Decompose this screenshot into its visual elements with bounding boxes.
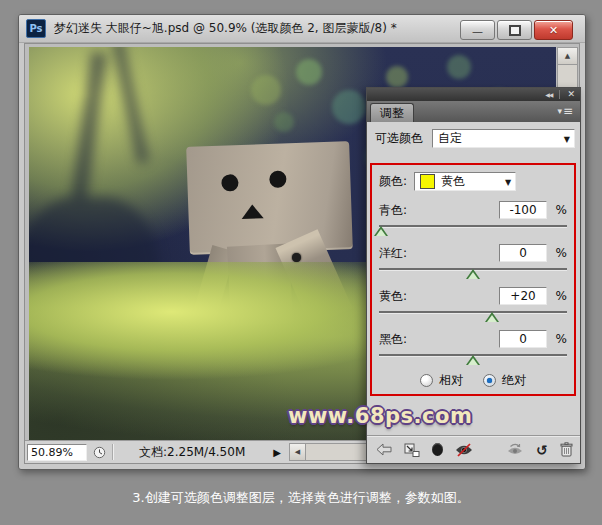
radio-label: 相对 — [439, 372, 463, 389]
toggle-visibility-icon[interactable] — [455, 443, 473, 457]
timer-icon — [93, 446, 106, 459]
zoom-level-field[interactable]: 50.89% — [27, 444, 87, 461]
radio-unselected-icon[interactable] — [420, 374, 433, 387]
color-label: 颜色: — [379, 173, 407, 190]
bokeh-light — [274, 112, 294, 132]
radio-label: 绝对 — [502, 372, 526, 389]
panel-header-divider — [559, 90, 560, 99]
window-controls: — ✕ — [460, 20, 573, 40]
slider-value-input[interactable]: 0 — [499, 330, 547, 348]
panel-close-icon[interactable]: ✕ — [567, 90, 575, 99]
slider-thumb[interactable] — [485, 312, 499, 322]
tab-adjustments[interactable]: 调整 — [370, 103, 414, 122]
color-dropdown[interactable]: 黄色 ▼ — [414, 172, 516, 191]
slider-value-input[interactable]: -100 — [499, 201, 547, 219]
chevron-down-icon: ▼ — [564, 134, 570, 143]
color-dropdown-value: 黄色 — [441, 173, 465, 190]
bokeh-light — [296, 59, 322, 85]
slider-label: 青色: — [379, 202, 499, 219]
tree-silhouette — [71, 52, 108, 203]
color-swatch-yellow — [420, 174, 435, 189]
document-title: 梦幻迷失 大眼仔~旭.psd @ 50.9% (选取颜色 2, 图层蒙版/8) … — [54, 20, 397, 37]
photoshop-document-window: Ps 梦幻迷失 大眼仔~旭.psd @ 50.9% (选取颜色 2, 图层蒙版/… — [18, 14, 586, 470]
reset-icon[interactable]: ↺ — [536, 443, 548, 457]
bokeh-light — [447, 55, 471, 79]
slider-thumb[interactable] — [466, 355, 480, 365]
maximize-button[interactable] — [497, 20, 532, 40]
slider-label: 黄色: — [379, 288, 499, 305]
selective-color-preset-row: 可选颜色 自定 ▼ — [367, 122, 580, 148]
chevron-down-icon: ▼ — [505, 177, 511, 186]
relative-absolute-radio-group: 相对绝对 — [379, 372, 567, 389]
selective-color-label: 可选颜色 — [375, 130, 423, 147]
tutorial-highlight-box: 颜色: 黄色 ▼ 青色:-100%洋红:0%黄色:+20%黑色:0% 相对绝对 — [370, 163, 576, 396]
slider-group-3: 黑色:0% — [379, 328, 567, 367]
maximize-icon — [509, 25, 521, 36]
danbo-button-dot — [292, 253, 301, 262]
slider-group-2: 黄色:+20% — [379, 285, 567, 324]
clip-to-layer-icon[interactable] — [432, 443, 443, 456]
scroll-up-icon[interactable]: ▲ — [558, 48, 577, 65]
tutorial-caption: 3.创建可选颜色调整图层，选择黄色进行调整，参数如图。 — [0, 489, 602, 507]
watermark-text: www.68ps.com — [288, 404, 472, 428]
color-select-row: 颜色: 黄色 ▼ — [379, 172, 567, 191]
slider-unit: % — [547, 203, 567, 217]
slider-track[interactable] — [379, 311, 567, 313]
danbo-eye — [221, 174, 239, 192]
close-icon: ✕ — [549, 24, 558, 37]
preset-dropdown-value: 自定 — [438, 130, 462, 147]
slider-group-1: 洋红:0% — [379, 242, 567, 281]
panel-tab-bar: 调整 ▾ ≡ — [367, 101, 580, 122]
danbo-eye — [269, 170, 287, 188]
danbo-mouth — [241, 204, 263, 219]
slider-value-input[interactable]: +20 — [499, 287, 547, 305]
close-button[interactable]: ✕ — [534, 20, 573, 40]
photoshop-app-icon: Ps — [26, 19, 46, 38]
preset-dropdown[interactable]: 自定 ▼ — [432, 129, 575, 148]
slider-track[interactable] — [379, 225, 567, 227]
slider-unit: % — [547, 289, 567, 303]
expand-panel-icon[interactable] — [404, 443, 420, 457]
document-size-info: 文档:2.25M/4.50M — [139, 444, 245, 461]
radio-option-0[interactable]: 相对 — [420, 372, 463, 389]
slider-list: 青色:-100%洋红:0%黄色:+20%黑色:0% — [379, 199, 567, 367]
slider-value-input[interactable]: 0 — [499, 244, 547, 262]
collapse-to-icons-icon[interactable]: ◀◀ — [545, 91, 552, 98]
statusbar-divider — [112, 444, 113, 460]
screenshot-stage: Ps 梦幻迷失 大眼仔~旭.psd @ 50.9% (选取颜色 2, 图层蒙版/… — [0, 0, 602, 525]
slider-unit: % — [547, 332, 567, 346]
panel-footer-toolbar: ↺ — [367, 435, 580, 463]
slider-label: 洋红: — [379, 245, 499, 262]
minimize-icon: — — [472, 29, 483, 35]
slider-unit: % — [547, 246, 567, 260]
radio-selected-icon[interactable] — [483, 374, 496, 387]
previous-state-icon[interactable] — [507, 443, 524, 456]
delete-adjustment-icon[interactable] — [560, 442, 573, 457]
bokeh-light — [332, 90, 366, 124]
scroll-left-icon[interactable]: ◀ — [290, 444, 306, 460]
bokeh-light — [386, 66, 408, 88]
minimize-button[interactable]: — — [460, 20, 495, 40]
panel-header-bar: ◀◀ ✕ — [367, 88, 580, 101]
slider-thumb[interactable] — [374, 226, 388, 236]
tree-silhouette — [112, 47, 149, 164]
back-arrow-icon[interactable] — [376, 443, 392, 456]
danbo-robot-head — [186, 141, 353, 255]
slider-label: 黑色: — [379, 331, 499, 348]
bokeh-light — [251, 75, 281, 105]
title-bar[interactable]: Ps 梦幻迷失 大眼仔~旭.psd @ 50.9% (选取颜色 2, 图层蒙版/… — [19, 15, 585, 43]
panel-menu-icon[interactable]: ▾ ≡ — [557, 106, 573, 116]
slider-group-0: 青色:-100% — [379, 199, 567, 238]
statusbar-expand-icon[interactable]: ▶ — [273, 447, 281, 458]
radio-option-1[interactable]: 绝对 — [483, 372, 526, 389]
slider-thumb[interactable] — [466, 269, 480, 279]
